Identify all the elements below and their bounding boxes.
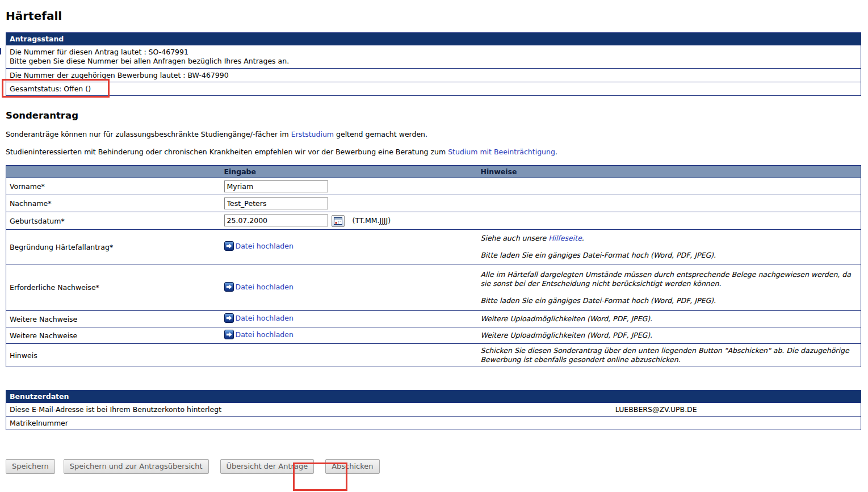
uebersicht-antraege-button[interactable]: Übersicht der Anträge [220,459,315,474]
form-header-row: Eingabe Hinweise [6,166,861,178]
upload-arrow-icon [224,330,234,339]
bewerbung-number-text: Die Nummer der zugehörigen Bewerbung lau… [6,69,861,82]
sonderantrag-heading: Sonderantrag [6,110,861,121]
vorname-input[interactable] [224,180,328,192]
left-edge-artifact [0,48,1,54]
antrag-number-note: Bitte geben Sie diese Nummer bei allen A… [10,57,857,66]
erforderliche-nachweise-label: Erforderliche Nachweise* [6,264,221,311]
paragraph-text: Sonderanträge können nur für zulassungsb… [6,130,291,138]
row-weitere-nachweise-2: Weitere Nachweise Datei hochladen Weiter… [6,327,861,344]
weitere-nachweise-label: Weitere Nachweise [6,311,221,327]
col-header-empty [6,166,221,178]
upload-arrow-icon [224,282,234,292]
geburtsdatum-label: Geburtsdatum* [6,212,221,230]
studium-beeintraechtigung-link[interactable]: Studium mit Beeinträchtigung [448,148,555,156]
row-begruendung: Begründung Härtefallantrag* Datei hochla… [6,230,861,264]
upload-link-begruendung[interactable]: Datei hochladen [224,241,293,251]
weitere-nachweise-label: Weitere Nachweise [6,327,221,344]
speichern-button[interactable]: Speichern [6,459,55,474]
benutzerdaten-panel: Benutzerdaten Diese E-Mail-Adresse ist b… [6,390,861,430]
row-vorname: Vorname* [6,178,861,195]
nachname-label: Nachname* [6,195,221,212]
upload-link-nachweise[interactable]: Datei hochladen [224,282,293,292]
hint-text: . [582,234,584,242]
page-title: Härtefall [6,9,861,23]
hint-text: Alle im Härtefall dargelegten Umstände m… [481,270,858,288]
upload-arrow-icon [224,241,234,251]
paragraph-text: . [555,148,557,156]
upload-link-weitere-1[interactable]: Datei hochladen [224,313,293,323]
hint-text: Schicken Sie diesen Sonderantrag über de… [481,346,858,364]
vorname-label: Vorname* [6,178,221,195]
sonderantrag-paragraph-2: Studieninteressierten mit Behinderung od… [6,148,861,156]
hint-text: Weitere Uploadmöglichkeiten (Word, PDF, … [481,314,858,323]
col-header-hinweise: Hinweise [477,166,861,178]
haertefall-page: Härtefall Antragsstand Die Nummer für di… [0,9,868,474]
upload-link-label: Datei hochladen [236,283,293,291]
email-value: LUEBBERS@ZV.UPB.DE [452,403,861,417]
row-erforderliche-nachweise: Erforderliche Nachweise* Datei hochladen… [6,264,861,311]
gesamtstatus-text: Gesamtstatus: Offen () [6,82,861,96]
table-row: Matrikelnummer [6,417,861,430]
erststudium-link[interactable]: Erststudium [291,130,334,138]
begruendung-label: Begründung Härtefallantrag* [6,230,221,264]
paragraph-text: geltend gemacht werden. [334,130,427,138]
row-weitere-nachweise-1: Weitere Nachweise Datei hochladen Weiter… [6,311,861,327]
upload-link-label: Datei hochladen [236,330,293,339]
speichern-uebersicht-button[interactable]: Speichern und zur Antragsübersicht [64,459,209,474]
hint-text: Siehe auch unsere [481,234,549,242]
hilfeseite-link[interactable]: Hilfeseite [548,234,582,242]
date-format-hint: (TT.MM.JJJJ) [353,216,391,225]
sonderantrag-form-table: Eingabe Hinweise Vorname* Nachname* Gebu… [6,165,861,367]
table-row: Die Nummer für diesen Antrag lautet : SO… [6,45,861,69]
calendar-icon[interactable] [332,215,345,227]
antragsstand-panel: Antragsstand Die Nummer für diesen Antra… [6,32,861,96]
hint-text: Bitte laden Sie ein gängiges Datei-Forma… [481,296,858,305]
row-nachname: Nachname* [6,195,861,212]
table-row: Diese E-Mail-Adresse ist bei Ihrem Benut… [6,403,861,417]
row-geburtsdatum: Geburtsdatum* (TT.MM.JJJJ) [6,212,861,230]
paragraph-text: Studieninteressierten mit Behinderung od… [6,148,448,156]
antragsstand-header: Antragsstand [6,33,861,45]
table-row: Die Nummer der zugehörigen Bewerbung lau… [6,69,861,82]
hint-text: Siehe auch unsere Hilfeseite. [481,234,858,243]
benutzerdaten-header: Benutzerdaten [6,390,861,403]
nachname-input[interactable] [224,197,328,209]
upload-link-weitere-2[interactable]: Datei hochladen [224,330,293,339]
hint-text: Weitere Uploadmöglichkeiten (Word, PDF, … [481,331,858,340]
table-row: Gesamtstatus: Offen () [6,82,861,96]
matrikelnummer-label: Matrikelnummer [6,417,452,430]
abschicken-button[interactable]: Abschicken [325,459,379,474]
button-row: Speichern Speichern und zur Antragsübers… [6,459,861,474]
upload-arrow-icon [224,313,234,323]
col-header-eingabe: Eingabe [221,166,477,178]
email-label: Diese E-Mail-Adresse ist bei Ihrem Benut… [6,403,452,417]
antrag-number-text: Die Nummer für diesen Antrag lautet : SO… [10,48,857,57]
geburtsdatum-input[interactable] [224,215,328,226]
sonderantrag-paragraph-1: Sonderanträge können nur für zulassungsb… [6,130,861,138]
upload-link-label: Datei hochladen [236,314,293,322]
hinweis-label: Hinweis [6,344,221,367]
upload-link-label: Datei hochladen [236,242,293,250]
row-hinweis: Hinweis Schicken Sie diesen Sonderantrag… [6,344,861,367]
hint-text: Bitte laden Sie ein gängiges Datei-Forma… [481,251,858,260]
